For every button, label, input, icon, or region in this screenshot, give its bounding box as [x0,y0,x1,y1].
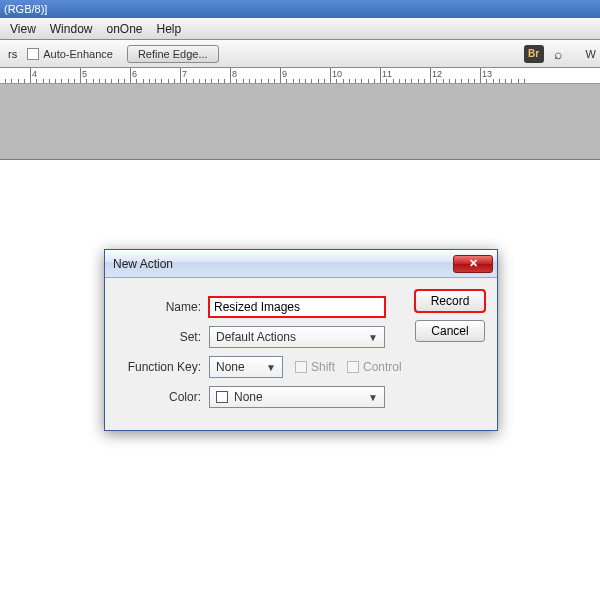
dialog-buttons: Record Cancel [415,290,485,342]
menu-bar: View Window onOne Help [0,18,600,40]
ruler-number: 11 [382,69,392,79]
menu-onone[interactable]: onOne [106,22,142,36]
options-bar: rs Auto-Enhance Refine Edge... Br ⌕ W [0,40,600,68]
menu-help[interactable]: Help [157,22,182,36]
dialog-title: New Action [113,257,453,271]
set-value: Default Actions [216,330,296,344]
color-swatch-icon [216,391,228,403]
cancel-button[interactable]: Cancel [415,320,485,342]
record-button[interactable]: Record [415,290,485,312]
ruler-number: 4 [32,69,37,79]
ruler-number: 12 [432,69,442,79]
bridge-icon[interactable]: Br [524,45,544,63]
function-key-label: Function Key: [117,360,209,374]
chevron-down-icon: ▼ [368,392,378,403]
horizontal-ruler: 345678910111213 [0,68,600,84]
ruler-number: 5 [82,69,87,79]
auto-enhance-label: Auto-Enhance [43,48,113,60]
function-key-dropdown[interactable]: None ▼ [209,356,283,378]
checkbox-icon [27,48,39,60]
row-color: Color: None ▼ [117,382,485,412]
refine-edge-button[interactable]: Refine Edge... [127,45,219,63]
new-action-dialog: New Action ✕ Name: Set: Default Actions … [104,249,498,431]
ruler-number: 9 [282,69,287,79]
option-rs: rs [8,48,17,60]
ruler-number: 13 [482,69,492,79]
control-checkbox [347,361,359,373]
set-label: Set: [117,330,209,344]
menu-view[interactable]: View [10,22,36,36]
color-dropdown[interactable]: None ▼ [209,386,385,408]
close-icon: ✕ [469,257,478,270]
ruler-number: 10 [332,69,342,79]
function-key-value: None [216,360,245,374]
ruler-number: 8 [232,69,237,79]
width-label: W [586,48,596,60]
chevron-down-icon: ▼ [368,332,378,343]
ruler-number: 7 [182,69,187,79]
name-input[interactable] [209,297,385,317]
chevron-down-icon: ▼ [266,362,276,373]
app-titlebar: (RGB/8)] [0,0,600,18]
color-label: Color: [117,390,209,404]
shift-label: Shift [311,360,335,374]
set-dropdown[interactable]: Default Actions ▼ [209,326,385,348]
dialog-titlebar[interactable]: New Action ✕ [105,250,497,278]
name-label: Name: [117,300,209,314]
ruler-number: 6 [132,69,137,79]
row-function-key: Function Key: None ▼ Shift Control [117,352,485,382]
color-value: None [234,390,263,404]
menu-window[interactable]: Window [50,22,93,36]
control-label: Control [363,360,402,374]
shift-checkbox [295,361,307,373]
search-icon[interactable]: ⌕ [554,46,562,62]
close-button[interactable]: ✕ [453,255,493,273]
canvas-area [0,84,600,160]
auto-enhance-option[interactable]: Auto-Enhance [27,48,113,60]
